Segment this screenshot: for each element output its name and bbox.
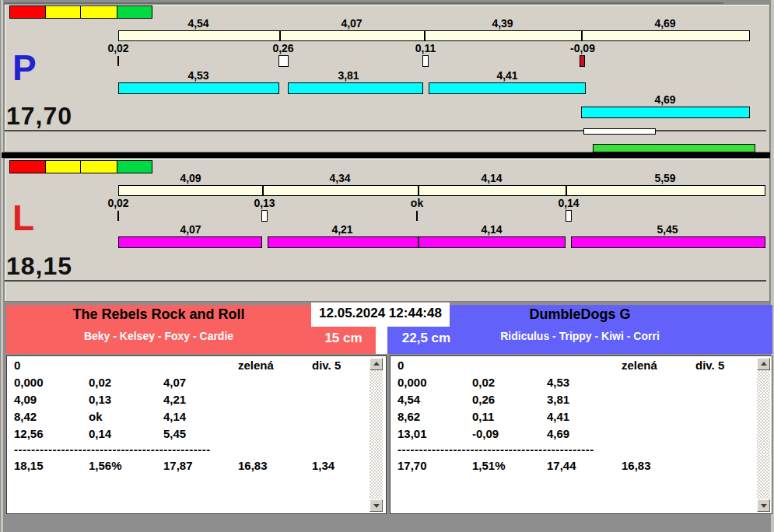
changeover-label: 0,14: [534, 198, 604, 209]
dog-time-label: 4,69: [630, 94, 700, 106]
size-badge-left: 15 cm: [311, 327, 376, 354]
next-run-white-bar: [583, 128, 656, 135]
changeover-label: 0,26: [248, 43, 318, 54]
split-time-label: 4,34: [305, 173, 375, 184]
legend-yellow-2: [80, 160, 117, 173]
dog-time-bar: [268, 236, 566, 248]
table-cell: 0: [398, 359, 404, 373]
scroll-down-button[interactable]: [757, 499, 770, 512]
results-table-right: 0zelenádiv. 50,0000,024,534,540,263,818,…: [390, 355, 772, 514]
table-cell: 0,13: [89, 394, 111, 407]
dog-time-bar: [581, 107, 750, 118]
table-cell: 8,62: [398, 411, 420, 424]
scroll-up-button[interactable]: [369, 358, 383, 370]
table-cell: 4,14: [163, 411, 186, 424]
bar-divider: [581, 30, 583, 41]
scroll-up-button[interactable]: [757, 358, 770, 370]
changeover-label: 0,11: [391, 43, 461, 54]
split-time-label: 4,39: [468, 18, 538, 30]
table-cell: 0: [14, 359, 20, 373]
dog-time-label: 5,45: [632, 224, 702, 236]
dog-time-bar: [118, 82, 279, 94]
split-time-label: 5,59: [630, 173, 700, 184]
changeover-marker-box: [580, 55, 585, 67]
bar-divider: [566, 185, 567, 196]
table-total-cell: 1,56%: [89, 460, 122, 473]
table-cell: 0,000: [14, 376, 44, 390]
split-time-label: 4,69: [630, 18, 700, 30]
bar-divider: [279, 30, 281, 41]
table-cell: 0,02: [89, 376, 111, 390]
changeover-label: 0,13: [229, 198, 299, 209]
changeover-marker-box: [278, 55, 289, 67]
table-cell: 4,53: [547, 376, 569, 390]
table-cell: 4,54: [398, 394, 420, 407]
table-cell: -0,09: [472, 428, 499, 441]
changeover-label: ok: [382, 198, 452, 209]
arrow-up-icon: [373, 362, 380, 366]
table-cell: 4,07: [163, 376, 186, 390]
legend-green: [117, 5, 152, 19]
changeover-label: 0,02: [83, 43, 153, 54]
bar-divider: [418, 185, 419, 196]
table-separator: ----------------------------------------…: [398, 443, 617, 455]
vertical-scrollbar[interactable]: [757, 358, 770, 512]
table-cell: 0,000: [398, 376, 427, 390]
table-cell: 4,21: [163, 394, 186, 407]
changeover-label: 0,02: [83, 198, 153, 209]
dog-time-label: 3,81: [313, 70, 383, 82]
legend-yellow-2: [80, 5, 117, 19]
window-left-edge: [1, 0, 3, 532]
arrow-up-icon: [761, 362, 767, 366]
table-separator: ----------------------------------------…: [14, 443, 233, 455]
vertical-scrollbar[interactable]: [369, 358, 383, 512]
results-table-left: 0zelenádiv. 50,0000,024,074,090,134,218,…: [6, 355, 387, 514]
changeover-tick: [117, 56, 119, 66]
panel-baseline: [5, 280, 766, 282]
table-cell: ok: [89, 411, 103, 424]
dog-time-label: 4,53: [163, 70, 233, 82]
panel-divider: [2, 152, 770, 158]
team-members-left: Beky - Kelsey - Foxy - Cardie: [6, 331, 311, 342]
changeover-marker-box: [422, 55, 429, 67]
split-time-label: 4,09: [156, 173, 226, 184]
changeover-label: -0,09: [548, 43, 618, 54]
run-total-time-P: 17,70: [6, 103, 72, 128]
table-total-cell: 16,83: [238, 460, 268, 473]
table-total-cell: 17,70: [398, 460, 427, 473]
split-time-label: 4,07: [317, 18, 387, 30]
changeover-marker-box: [261, 210, 268, 222]
table-cell: 0,11: [472, 411, 494, 424]
split-time-label: 4,14: [457, 173, 527, 184]
timing-app-window: 4,544,074,394,690,020,260,11-0,094,533,8…: [0, 0, 774, 532]
table-cell: 4,41: [547, 411, 569, 424]
team-name-right: DumbleDogs G: [387, 307, 772, 323]
changeover-tick: [416, 211, 418, 221]
table-cell: 0,26: [472, 394, 495, 407]
table-cell: 3,81: [547, 394, 569, 407]
total-split-bar: [118, 185, 765, 196]
dog-time-bar: [288, 82, 423, 94]
scroll-down-button[interactable]: [369, 499, 383, 512]
legend-green: [117, 160, 152, 173]
table-cell: 0,14: [89, 428, 111, 441]
table-total-cell: 1,51%: [472, 460, 506, 473]
total-split-bar: [118, 30, 750, 41]
table-cell: 8,42: [14, 411, 37, 424]
run-total-time-L: 18,15: [6, 254, 72, 278]
table-cell: zelená: [238, 359, 274, 373]
split-time-label: 4,54: [163, 18, 233, 30]
table-cell: 0,02: [472, 376, 495, 390]
dog-time-bar: [118, 236, 262, 248]
table-cell: zelená: [622, 359, 657, 373]
table-total-cell: 17,44: [547, 460, 576, 473]
table-cell: div. 5: [695, 359, 724, 373]
changeover-tick: [117, 211, 119, 221]
legend-red: [9, 160, 46, 173]
table-cell: 4,09: [14, 394, 37, 407]
legend-yellow-1: [45, 160, 81, 173]
legend-yellow-1: [45, 5, 81, 19]
table-cell: 12,56: [14, 428, 44, 441]
next-run-green-bar: [593, 144, 755, 152]
dog-time-bar: [429, 82, 586, 94]
